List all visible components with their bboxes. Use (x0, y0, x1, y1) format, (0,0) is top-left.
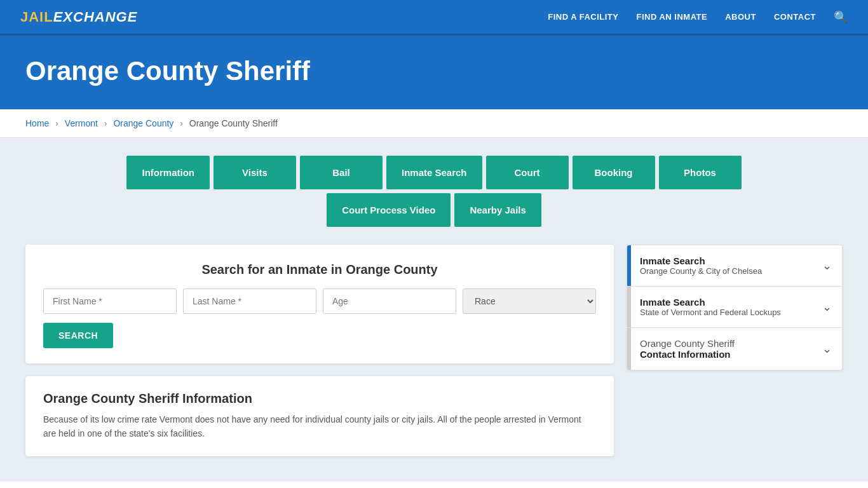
breadcrumb-orange-county[interactable]: Orange County (113, 118, 173, 128)
nav-links: FIND A FACILITY FIND AN INMATE ABOUT CON… (548, 10, 848, 24)
info-title: Orange County Sheriff Information (43, 391, 596, 406)
sidebar-top-label-3: Orange County Sheriff (640, 338, 802, 349)
tab-information[interactable]: Information (126, 156, 210, 189)
breadcrumb-vermont[interactable]: Vermont (65, 118, 98, 128)
page-title: Orange County Sheriff (25, 56, 843, 86)
nav-find-facility[interactable]: FIND A FACILITY (548, 12, 618, 22)
breadcrumb-sep3: › (180, 118, 183, 128)
search-inputs: Race White Black Hispanic Asian Other (43, 288, 596, 314)
logo[interactable]: JAILEXCHANGE (20, 9, 137, 25)
tab-inmate-search[interactable]: Inmate Search (386, 156, 482, 189)
nav-contact[interactable]: CONTACT (774, 12, 816, 22)
sidebar-item-vermont[interactable]: Inmate Search State of Vermont and Feder… (627, 287, 842, 328)
main-content: Information Visits Bail Inmate Search Co… (0, 138, 868, 482)
left-panel: Search for an Inmate in Orange County Ra… (25, 245, 614, 456)
nav-about[interactable]: ABOUT (725, 12, 756, 22)
sidebar-content-1: Inmate Search Orange County & City of Ch… (631, 245, 812, 286)
sidebar-sub-label-2: State of Vermont and Federal Lockups (640, 308, 802, 317)
logo-jail: JAIL (20, 9, 53, 25)
tabs-row1: Information Visits Bail Inmate Search Co… (25, 156, 843, 189)
breadcrumb-home[interactable]: Home (25, 118, 49, 128)
age-input[interactable] (323, 288, 456, 314)
tab-visits[interactable]: Visits (214, 156, 296, 189)
sidebar-content-2: Inmate Search State of Vermont and Feder… (631, 287, 812, 327)
content-row: Search for an Inmate in Orange County Ra… (25, 245, 843, 456)
sidebar-item-orange[interactable]: Inmate Search Orange County & City of Ch… (627, 245, 842, 287)
breadcrumb: Home › Vermont › Orange County › Orange … (0, 109, 868, 138)
sidebar-item-contact[interactable]: Orange County Sheriff Contact Informatio… (627, 328, 842, 370)
tab-court-process-video[interactable]: Court Process Video (327, 193, 451, 227)
breadcrumb-sep2: › (104, 118, 107, 128)
hero-section: Orange County Sheriff (0, 36, 868, 109)
info-text: Because of its low crime rate Vermont do… (43, 412, 596, 441)
nav-find-inmate[interactable]: FIND AN INMATE (636, 12, 707, 22)
tab-court[interactable]: Court (486, 156, 569, 189)
chevron-down-icon-2[interactable]: ⌄ (812, 287, 842, 327)
tabs-row2: Court Process Video Nearby Jails (25, 193, 843, 227)
chevron-down-icon-3[interactable]: ⌄ (812, 328, 842, 370)
sidebar-sub-label-3: Contact Information (640, 349, 802, 360)
tab-nearby-jails[interactable]: Nearby Jails (454, 193, 541, 227)
info-card: Orange County Sheriff Information Becaus… (25, 376, 614, 456)
search-button[interactable]: SEARCH (43, 323, 113, 348)
navbar: JAILEXCHANGE FIND A FACILITY FIND AN INM… (0, 0, 868, 36)
sidebar-top-label-1: Inmate Search (640, 255, 802, 266)
breadcrumb-current: Orange County Sheriff (189, 118, 278, 128)
search-card: Search for an Inmate in Orange County Ra… (25, 245, 614, 363)
first-name-input[interactable] (43, 288, 177, 314)
search-title: Search for an Inmate in Orange County (43, 262, 596, 277)
tab-bail[interactable]: Bail (300, 156, 383, 189)
breadcrumb-sep1: › (55, 118, 58, 128)
tab-photos[interactable]: Photos (659, 156, 742, 189)
tab-booking[interactable]: Booking (573, 156, 655, 189)
right-sidebar: Inmate Search Orange County & City of Ch… (627, 245, 843, 370)
last-name-input[interactable] (183, 288, 316, 314)
sidebar-top-label-2: Inmate Search (640, 297, 802, 308)
race-select[interactable]: Race White Black Hispanic Asian Other (463, 288, 596, 314)
sidebar-sub-label-1: Orange County & City of Chelsea (640, 266, 802, 276)
logo-exchange: EXCHANGE (53, 9, 138, 25)
chevron-down-icon-1[interactable]: ⌄ (812, 245, 842, 286)
search-icon[interactable]: 🔍 (834, 10, 848, 24)
sidebar-content-3: Orange County Sheriff Contact Informatio… (631, 328, 812, 370)
